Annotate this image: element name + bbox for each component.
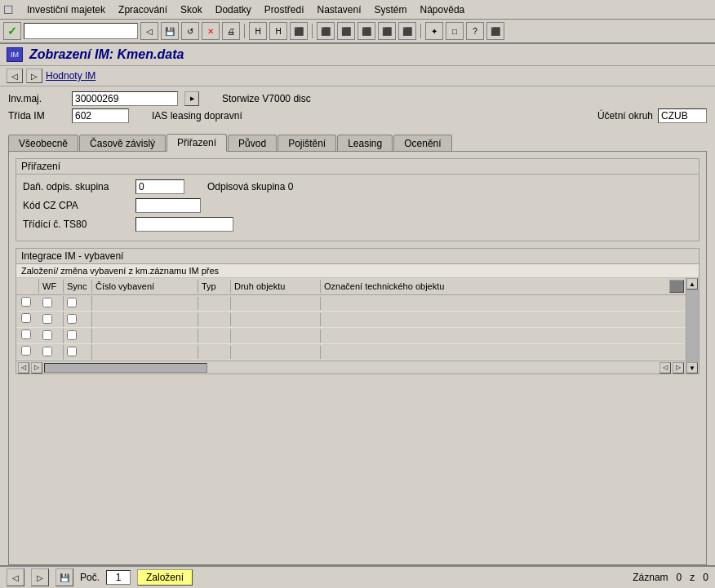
vscroll-up-btn[interactable]: ▲ [686, 278, 698, 290]
hscroll-right2-btn[interactable]: ◁ [659, 362, 671, 374]
row1-sync[interactable] [67, 298, 77, 307]
col-header-wf: WF [39, 280, 64, 293]
hodnoty-im-link[interactable]: Hodnoty IM [46, 70, 95, 82]
odpisova-skupina-desc: Odpisová skupina 0 [207, 181, 293, 192]
col-header-oznaceni: Označení technického objektu [321, 280, 668, 293]
window-title: Zobrazení IM: Kmen.data [29, 47, 184, 62]
vscroll-down-btn[interactable]: ▼ [686, 362, 698, 374]
table-body [16, 295, 686, 360]
zaznam-label: Záznam 0 z 0 [633, 572, 708, 583]
main-window: IM Zobrazení IM: Kmen.data ◁ ▷ Hodnoty I… [0, 44, 715, 588]
menu-napoveda[interactable]: Nápověda [420, 4, 465, 15]
menu-dodatky[interactable]: Dodatky [215, 4, 251, 15]
status-btn1[interactable]: ◁ [7, 568, 24, 586]
kod-cz-cpa-label: Kód CZ CPA [23, 200, 129, 211]
form-area: Inv.maj. ▶ Storwize V7000 disc Třída IM … [0, 86, 715, 130]
dan-odpis-input[interactable] [135, 179, 184, 194]
nav-back-btn[interactable]: ◁ [140, 22, 158, 40]
toolbar: ✓ ◁ 💾 ↺ ✕ 🖨 H H ⬛ ⬛ ⬛ ⬛ ⬛ ⬛ ✦ □ ? ⬛ [0, 20, 715, 44]
tb6[interactable]: ⬛ [358, 22, 375, 40]
tab-puvod[interactable]: Původ [228, 135, 277, 152]
sub-btn1[interactable]: ◁ [7, 69, 23, 83]
tb4[interactable]: ⬛ [317, 22, 335, 40]
row4-select[interactable] [21, 346, 31, 356]
col-header-druh: Druh objektu [231, 280, 321, 293]
poc-value[interactable] [106, 570, 131, 585]
save-btn[interactable]: 💾 [161, 22, 179, 40]
tb7[interactable]: ⬛ [378, 22, 396, 40]
trida-im-input[interactable] [72, 108, 129, 123]
row2-sync[interactable] [67, 314, 77, 324]
status-btn2[interactable]: ▷ [31, 568, 49, 586]
table-row [16, 295, 686, 312]
tb5[interactable]: ⬛ [337, 22, 355, 40]
hscroll-bar: ◁ ▷ ◁ ▷ [16, 360, 686, 374]
tab-leasing[interactable]: Leasing [337, 135, 393, 152]
tb9[interactable]: ✦ [425, 22, 443, 40]
refresh-btn[interactable]: ↺ [181, 22, 199, 40]
row3-select[interactable] [21, 329, 31, 339]
inv-maj-desc: Storwize V7000 disc [222, 93, 311, 104]
table-row [16, 344, 686, 360]
print-btn[interactable]: 🖨 [222, 22, 240, 40]
kod-cz-cpa-input[interactable] [135, 198, 201, 213]
menu-system[interactable]: Systém [375, 4, 407, 15]
tab-pojisteni[interactable]: Pojištění [278, 135, 336, 152]
menu-zpracovani[interactable]: Zpracování [118, 4, 167, 15]
check-button[interactable]: ✓ [3, 22, 21, 40]
table-settings-icon[interactable] [669, 280, 684, 293]
tab-oceneni[interactable]: Ocenění [393, 135, 451, 152]
title-icon: IM [7, 47, 23, 62]
inv-maj-label: Inv.maj. [8, 93, 65, 104]
col-icon-header [668, 278, 686, 294]
window-title-bar: IM Zobrazení IM: Kmen.data [0, 44, 715, 66]
tridici-ts80-label: Třídící č. TS80 [23, 219, 129, 230]
row1-wf[interactable] [42, 298, 52, 307]
menu-investicni[interactable]: Investiční majetek [27, 4, 105, 15]
col-header-sync: Sync [64, 280, 92, 293]
row1-select[interactable] [21, 297, 31, 307]
row4-sync[interactable] [67, 347, 77, 356]
inv-maj-browse-btn[interactable]: ▶ [184, 91, 199, 106]
tab-prirazeni[interactable]: Přiřazení [167, 134, 227, 152]
tb3[interactable]: ⬛ [290, 22, 308, 40]
tb8[interactable]: ⬛ [398, 22, 416, 40]
tabs-container: Všeobecně Časově závislý Přiřazení Původ… [0, 130, 715, 151]
hscroll-track[interactable] [44, 363, 207, 373]
ucetni-okruh-input[interactable] [658, 108, 707, 123]
hscroll-right-btn[interactable]: ▷ [31, 362, 42, 374]
tab-vseobecne[interactable]: Všeobecně [8, 135, 78, 152]
command-input[interactable] [24, 23, 138, 39]
sub-toolbar: ◁ ▷ Hodnoty IM [0, 66, 715, 86]
sub-btn2[interactable]: ▷ [26, 69, 42, 83]
tb1[interactable]: H [249, 22, 267, 40]
cancel-btn[interactable]: ✕ [202, 22, 220, 40]
zalozeni-btn[interactable]: Založení [137, 569, 193, 586]
row4-wf[interactable] [42, 347, 52, 356]
integrace-subtitle: Založení/ změna vybavení z km.záznamu IM… [16, 264, 699, 278]
row3-wf[interactable] [42, 330, 52, 340]
col-header-cislo: Číslo vybavení [92, 280, 198, 293]
menu-nastaveni[interactable]: Nastavení [317, 4, 361, 15]
menu-prostredi[interactable]: Prostředí [264, 4, 304, 15]
trida-im-desc: IAS leasing dopravní [152, 110, 242, 122]
section-prirazeni-title: Přiřazení [16, 159, 699, 175]
tab-content: Přiřazení Daň. odpis. skupina Odpisová s… [8, 151, 707, 565]
tb10[interactable]: □ [446, 22, 464, 40]
menu-skok[interactable]: Skok [180, 4, 202, 15]
hscroll-right3-btn[interactable]: ▷ [673, 362, 684, 374]
tridici-ts80-input[interactable] [135, 217, 233, 232]
tab-casove[interactable]: Časově závislý [79, 135, 166, 152]
tb2[interactable]: H [269, 22, 287, 40]
row2-select[interactable] [21, 313, 31, 323]
row3-sync[interactable] [67, 330, 77, 340]
hscroll-left-btn[interactable]: ◁ [18, 362, 29, 374]
poc-label: Poč. [80, 572, 100, 583]
help-btn[interactable]: ? [466, 22, 484, 40]
table-row [16, 328, 686, 344]
vscroll-track[interactable] [686, 290, 699, 362]
status-btn3[interactable]: 💾 [56, 568, 73, 586]
tb11[interactable]: ⬛ [486, 22, 504, 40]
row2-wf[interactable] [42, 314, 52, 324]
inv-maj-input[interactable] [72, 91, 178, 106]
